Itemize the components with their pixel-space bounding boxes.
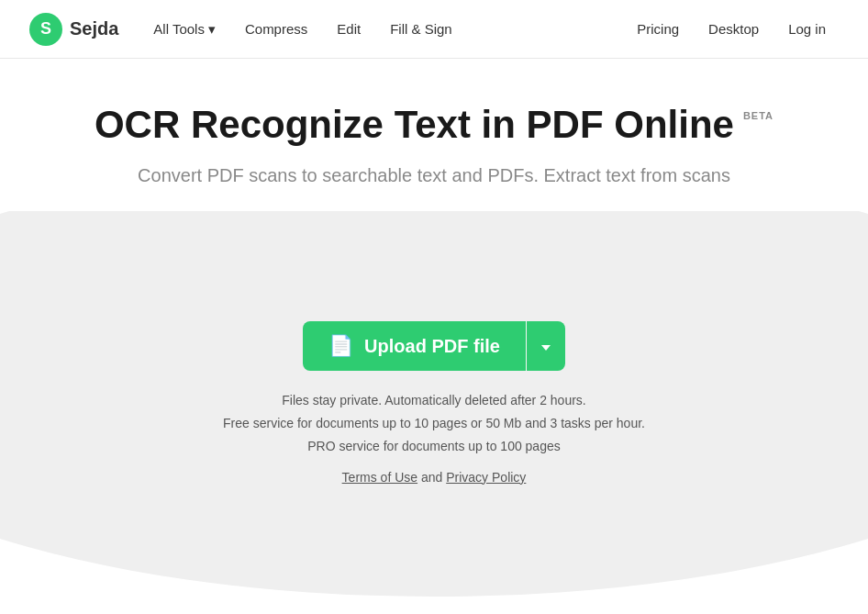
and-text: and [421,470,446,485]
navbar: S Sejda All Tools ▾ Compress Edit Fill &… [0,0,868,59]
upload-button-group: 📄 Upload PDF file [303,321,565,371]
info-line-3: PRO service for documents up to 100 page… [223,435,645,458]
logo-link[interactable]: S Sejda [29,13,118,46]
nav-right-links: Pricing Desktop Log in [624,14,839,44]
dropdown-chevron-icon [541,345,551,351]
upload-dropdown-button[interactable] [527,321,565,371]
page-title-wrapper: OCR Recognize Text in PDF Online BETA [95,103,773,147]
logo-name: Sejda [70,18,118,39]
info-text-block: Files stay private. Automatically delete… [223,389,645,489]
nav-pricing[interactable]: Pricing [624,14,692,44]
info-line-2: Free service for documents up to 10 page… [223,412,645,435]
info-line-1: Files stay private. Automatically delete… [223,389,645,412]
nav-all-tools[interactable]: All Tools ▾ [140,14,228,45]
upload-btn-label: Upload PDF file [364,336,500,357]
logo-letter: S [40,19,51,39]
page-title: OCR Recognize Text in PDF Online [95,103,734,147]
legal-links: Terms of Use and Privacy Policy [223,466,645,489]
privacy-link[interactable]: Privacy Policy [446,470,526,485]
pdf-icon: 📄 [328,334,353,358]
page-subtitle: Convert PDF scans to searchable text and… [138,162,730,189]
upload-section: 📄 Upload PDF file Files stay private. Au… [223,321,645,489]
terms-link[interactable]: Terms of Use [342,470,417,485]
beta-badge: BETA [743,110,773,121]
nav-compress[interactable]: Compress [232,14,320,44]
nav-desktop[interactable]: Desktop [696,14,772,44]
nav-fill-sign[interactable]: Fill & Sign [377,14,465,44]
upload-pdf-button[interactable]: 📄 Upload PDF file [303,321,526,371]
nav-edit[interactable]: Edit [324,14,373,44]
content-area: 📄 Upload PDF file Files stay private. Au… [0,211,868,597]
nav-links: All Tools ▾ Compress Edit Fill & Sign [140,14,624,45]
nav-login[interactable]: Log in [775,14,839,44]
chevron-icon: ▾ [208,21,216,38]
logo-icon: S [29,13,62,46]
main-content: OCR Recognize Text in PDF Online BETA Co… [0,59,868,597]
